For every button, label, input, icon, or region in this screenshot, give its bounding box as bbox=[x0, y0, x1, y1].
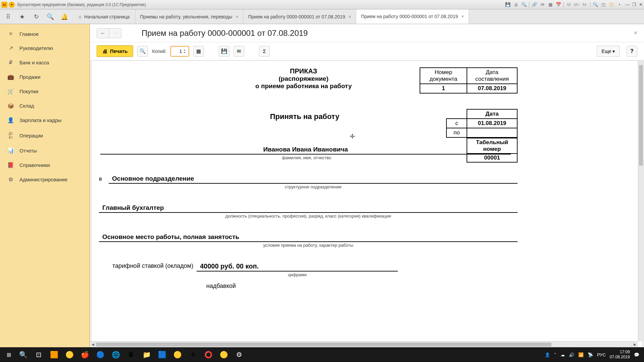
tab-close-icon[interactable]: × bbox=[236, 14, 238, 19]
print-icon[interactable]: 🖨 bbox=[513, 2, 519, 8]
m-minus-icon[interactable]: M- bbox=[582, 2, 588, 8]
word-icon[interactable]: 🟦 bbox=[154, 348, 170, 361]
copies-input[interactable] bbox=[171, 49, 183, 54]
sidebar-item-sales[interactable]: 💼Продажи bbox=[0, 70, 90, 84]
sidebar-item-purchases[interactable]: 🛒Покупки bbox=[0, 84, 90, 99]
tab-hiring-doc-1[interactable]: Прием на работу 0000-000001 от 07.08.201… bbox=[244, 9, 356, 24]
maximize-button[interactable]: ❐ bbox=[632, 2, 636, 7]
info-dropdown-icon[interactable]: ▾ bbox=[616, 2, 623, 8]
sidebar-item-admin[interactable]: ⚙Администрирование bbox=[0, 172, 90, 187]
system-toolbar: 💾 🖨 🔍 🔗 ✉ ▦ 📅 M M+ M- 🔍 ◫ ⓘ ▾ bbox=[505, 2, 623, 8]
copies-label: Копий: bbox=[152, 49, 166, 54]
people-icon[interactable]: 👤 bbox=[545, 352, 550, 357]
scroll-left-icon[interactable]: ◀ bbox=[90, 343, 96, 346]
sidebar-item-manager[interactable]: ↗Руководителю bbox=[0, 41, 90, 55]
network-icon[interactable]: 📶 bbox=[578, 352, 584, 357]
volume-icon[interactable]: 🔊 bbox=[569, 352, 574, 357]
cloud-icon[interactable]: ☁ bbox=[560, 352, 565, 357]
1c-icon-1[interactable]: 🟡 bbox=[170, 348, 185, 361]
m-icon[interactable]: M bbox=[566, 2, 572, 8]
sidebar-item-refs[interactable]: 📕Справочники bbox=[0, 158, 90, 172]
chrome-icon[interactable]: ⭕ bbox=[201, 348, 216, 361]
powerpoint-icon[interactable]: 🟧 bbox=[46, 348, 62, 361]
send-mail-button[interactable]: ✉ bbox=[233, 46, 244, 57]
briefcase-icon: 💼 bbox=[7, 74, 15, 80]
calculator-icon[interactable]: 🖩 bbox=[123, 348, 139, 361]
start-button[interactable]: ⊞ bbox=[2, 348, 15, 361]
m-plus-icon[interactable]: M+ bbox=[574, 2, 580, 8]
action-bar: 🖨 Печать 🔍 Копий: ▲▼ ▦ 💾 ✉ Σ Еще ▾ ? bbox=[90, 42, 644, 60]
tab-hiring-list[interactable]: Приемы на работу, увольнения, переводы × bbox=[136, 9, 244, 24]
sidebar-item-salary[interactable]: 👤Зарплата и кадры bbox=[0, 113, 90, 127]
info-icon[interactable]: ⓘ bbox=[608, 2, 614, 8]
link-icon[interactable]: 🔗 bbox=[531, 2, 537, 8]
print-button[interactable]: 🖨 Печать bbox=[97, 45, 133, 57]
preview-button[interactable]: 🔍 bbox=[137, 46, 148, 57]
tab-label: Прием на работу 0000-000001 от 07.08.201… bbox=[361, 14, 458, 19]
doc-date-header: Дата составления bbox=[467, 68, 517, 84]
apps-icon[interactable]: ⠿ bbox=[3, 11, 13, 22]
mail-icon[interactable]: ✉ bbox=[539, 2, 545, 8]
1c-icon-2[interactable]: 🟡 bbox=[216, 348, 231, 361]
browser-icon[interactable]: 🌐 bbox=[108, 348, 123, 361]
app-menu-dropdown[interactable]: ▾ bbox=[9, 2, 15, 8]
sidebar-item-label: Зарплата и кадры bbox=[19, 117, 62, 123]
sidebar-item-operations[interactable]: ДтКтОперации bbox=[0, 127, 90, 143]
document-scroll-area[interactable]: ПРИКАЗ (распоряжение) о приеме работника… bbox=[90, 60, 644, 347]
spinner-up-icon[interactable]: ▲ bbox=[183, 49, 185, 51]
close-button[interactable]: ✕ bbox=[639, 2, 643, 7]
settings-icon[interactable]: ⚙ bbox=[231, 348, 247, 361]
search-taskbar-icon[interactable]: 🔍 bbox=[15, 348, 31, 361]
notifications-icon[interactable]: 🔔 bbox=[59, 11, 70, 22]
yandex-icon[interactable]: 🟡 bbox=[62, 348, 77, 361]
minimize-button[interactable]: — bbox=[625, 2, 630, 7]
save-file-button[interactable]: 💾 bbox=[219, 46, 229, 57]
save-icon[interactable]: 💾 bbox=[505, 2, 511, 8]
history-icon[interactable]: ↻ bbox=[31, 11, 42, 22]
tab-close-icon[interactable]: × bbox=[348, 14, 351, 19]
preview-icon[interactable]: 🔍 bbox=[521, 2, 527, 8]
lang-indicator[interactable]: РУС bbox=[597, 352, 606, 357]
tab-home[interactable]: ⌂ Начальная страница bbox=[73, 9, 136, 24]
copies-spinner[interactable]: ▲▼ bbox=[170, 46, 189, 57]
content-close-button[interactable]: × bbox=[634, 29, 637, 37]
panes-icon[interactable]: ◫ bbox=[600, 2, 606, 8]
doc-date-value: 07.08.2019 bbox=[467, 84, 517, 93]
date-header: Дата bbox=[467, 109, 517, 119]
date-icon[interactable]: 📅 bbox=[555, 2, 561, 8]
vertical-scrollbar[interactable] bbox=[638, 60, 644, 341]
tab-hiring-doc-2[interactable]: Прием на работу 0000-000001 от 07.08.201… bbox=[356, 9, 469, 24]
page-title: Прием на работу 0000-000001 от 07.08.201… bbox=[142, 28, 308, 38]
zoom-icon[interactable]: 🔍 bbox=[592, 2, 598, 8]
search-icon[interactable]: 🔍 bbox=[45, 11, 56, 22]
taskview-icon[interactable]: ⊡ bbox=[31, 348, 46, 361]
spinner-down-icon[interactable]: ▼ bbox=[183, 51, 185, 54]
more-button[interactable]: Еще ▾ bbox=[597, 46, 620, 57]
forward-button[interactable]: → bbox=[109, 28, 121, 38]
sidebar-item-main[interactable]: ≡Главное bbox=[0, 27, 90, 41]
wifi-icon[interactable]: 📡 bbox=[588, 352, 593, 357]
sidebar-item-bank[interactable]: ₽Банк и касса bbox=[0, 55, 90, 70]
apple-icon[interactable]: 🍎 bbox=[77, 348, 93, 361]
notifications-tray-icon[interactable]: 💬 bbox=[634, 352, 639, 357]
favorite-icon[interactable]: ★ bbox=[17, 11, 28, 22]
explorer-icon[interactable]: 📁 bbox=[139, 348, 154, 361]
calendar-icon[interactable]: ▦ bbox=[547, 2, 553, 8]
help-button[interactable]: ? bbox=[627, 46, 637, 57]
sum-button[interactable]: Σ bbox=[259, 46, 270, 57]
back-button[interactable]: ← bbox=[97, 28, 109, 38]
sidebar-item-label: Главное bbox=[19, 31, 39, 37]
tab-close-icon[interactable]: × bbox=[461, 14, 464, 19]
tab-label: Приемы на работу, увольнения, переводы bbox=[140, 14, 232, 19]
spreadsheet-button[interactable]: ▦ bbox=[193, 46, 204, 57]
clock[interactable]: 17:09 07.08.2019 bbox=[610, 350, 630, 360]
telegram-icon[interactable]: ✈ bbox=[185, 348, 201, 361]
skype-icon[interactable]: 🔵 bbox=[93, 348, 108, 361]
person-icon: 👤 bbox=[7, 117, 15, 123]
sidebar-item-reports[interactable]: 📊Отчеты bbox=[0, 143, 90, 158]
tray-up-icon[interactable]: ˄ bbox=[554, 352, 556, 357]
scroll-right-icon[interactable]: ▶ bbox=[632, 343, 638, 346]
horizontal-scrollbar[interactable]: ◀ ▶ bbox=[90, 341, 638, 347]
sidebar-item-warehouse[interactable]: 📦Склад bbox=[0, 99, 90, 113]
doc-num-value: 1 bbox=[420, 84, 467, 93]
